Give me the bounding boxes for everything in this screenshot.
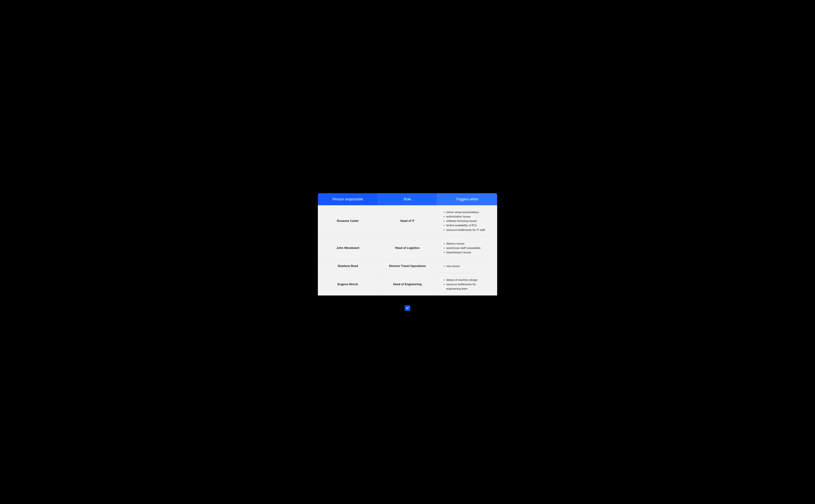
responsibilities-table: Person responsible Role Triggers when Ro… (318, 193, 497, 295)
triggers-list: delays of machine designresource bottlen… (444, 278, 491, 291)
trigger-item: server setup issues/delays (444, 210, 491, 214)
trigger-item: warehouse staff unavailable (444, 246, 491, 250)
triggers-cell: visa issues (437, 259, 497, 273)
person-cell: Eugene Hirsch (318, 273, 378, 296)
table-row: John WoodwardHead of Logisticsdelivery i… (318, 237, 497, 259)
brand-logo-icon (405, 305, 410, 311)
table-row: Rosanne CarterHead of ITserver setup iss… (318, 205, 497, 237)
triggers-cell: delays of machine designresource bottlen… (437, 273, 497, 296)
trigger-item: import/export issues (444, 250, 491, 255)
trigger-item: software licensing issues (444, 219, 491, 223)
header-person: Person responsible (318, 193, 378, 205)
person-cell: John Woodward (318, 237, 378, 259)
trigger-item: limited availability of PCs (444, 223, 491, 228)
person-cell: Rosanne Carter (318, 205, 378, 237)
table-row: Eugene HirschHead of Engineeringdelays o… (318, 273, 497, 296)
triggers-list: delivery issueswarehouse staff unavailab… (444, 241, 491, 255)
trigger-item: delays of machine design (444, 278, 491, 282)
header-triggers: Triggers when (437, 193, 497, 205)
triggers-list: server setup issues/delaysauthorization … (444, 210, 491, 232)
person-cell: Sharlene Reed (318, 259, 378, 273)
role-cell: Head of Engineering (378, 273, 437, 296)
trigger-item: visa issues (444, 264, 491, 268)
table-body: Rosanne CarterHead of ITserver setup iss… (318, 205, 497, 295)
trigger-item: resource bottlenecks for engineering tea… (444, 282, 491, 291)
header-role: Role (378, 193, 437, 205)
triggers-list: visa issues (444, 264, 491, 268)
role-cell: Head of IT (378, 205, 437, 237)
trigger-item: delivery issues (444, 241, 491, 246)
triggers-cell: delivery issueswarehouse staff unavailab… (437, 237, 497, 259)
triggers-cell: server setup issues/delaysauthorization … (437, 205, 497, 237)
trigger-item: resource bottlenecks for IT staff (444, 228, 491, 232)
trigger-item: authorization issues (444, 214, 491, 219)
role-cell: Director Travel Operations (378, 259, 437, 273)
table-row: Sharlene ReedDirector Travel Operationsv… (318, 259, 497, 273)
role-cell: Head of Logistics (378, 237, 437, 259)
table-header-row: Person responsible Role Triggers when (318, 193, 497, 205)
